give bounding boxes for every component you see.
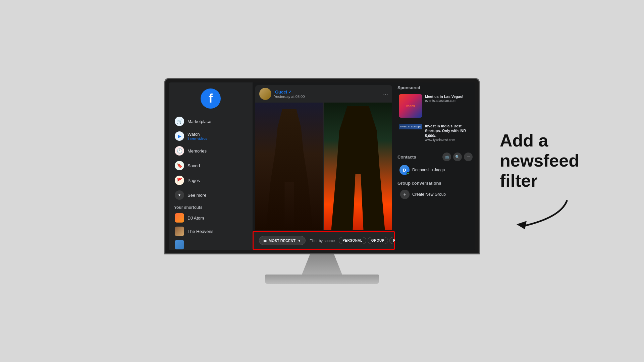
ad-atlassian-thumb: team bbox=[399, 94, 422, 118]
shortcut-third-label: ··· bbox=[187, 243, 191, 247]
ad-invest-url: www.tykeinvest.com bbox=[425, 138, 471, 142]
video-call-icon[interactable]: 📹 bbox=[442, 153, 451, 161]
monitor-bezel: f 🛒 Marketplace ▶ Watch 9 new videos bbox=[164, 78, 480, 254]
right-panel: Sponsored team Meet us in Las Vegas! eve… bbox=[395, 82, 475, 250]
shortcut-third[interactable]: ··· bbox=[171, 238, 251, 250]
main-feed: Gucci✓ Yesterday at 08:00 ··· bbox=[253, 82, 395, 250]
deepanshu-avatar: D bbox=[399, 165, 410, 175]
dropdown-arrow-icon: ▼ bbox=[298, 239, 301, 243]
most-recent-button[interactable]: ☰ MOST RECENT ▼ bbox=[259, 236, 306, 245]
see-more-label: See more bbox=[187, 193, 206, 198]
post-timestamp: Yesterday at 08:00 bbox=[274, 95, 383, 99]
source-chips: PERSONAL GROUP PAGE bbox=[339, 237, 395, 244]
shortcuts-section-label: Your shortcuts bbox=[169, 202, 253, 211]
plus-icon: + bbox=[400, 190, 410, 199]
sidebar-item-marketplace[interactable]: 🛒 Marketplace bbox=[171, 114, 251, 129]
post-more-button[interactable]: ··· bbox=[383, 90, 388, 98]
contacts-section: Contacts 📹 🔍 ··· D bbox=[397, 153, 473, 177]
post-images bbox=[255, 103, 392, 230]
ad-atlassian-url: events.atlassian.com bbox=[425, 99, 471, 103]
sidebar-item-watch-label: Watch bbox=[187, 132, 207, 137]
sidebar-item-pages[interactable]: 🚩 Pages bbox=[171, 173, 251, 188]
see-more-button[interactable]: ▾ See more bbox=[171, 188, 251, 202]
ad-atlassian-info: Meet us in Las Vegas! events.atlassian.c… bbox=[425, 94, 471, 118]
arrow-icon bbox=[513, 198, 574, 231]
post-info: Gucci✓ Yesterday at 08:00 bbox=[274, 89, 383, 99]
shortcut-the-heavens-label: The Heavens bbox=[187, 229, 213, 234]
contact-deepanshu-name: Deepanshu Jagga bbox=[412, 168, 445, 172]
search-contacts-icon[interactable]: 🔍 bbox=[453, 153, 462, 161]
post-image-left bbox=[255, 103, 323, 230]
create-new-group-button[interactable]: + Create New Group bbox=[397, 188, 473, 201]
post-author-name: Gucci✓ bbox=[274, 89, 383, 95]
post-card: Gucci✓ Yesterday at 08:00 ··· bbox=[255, 85, 392, 230]
ad-invest[interactable]: Invest in Startups Invest in India's Bes… bbox=[397, 122, 473, 148]
fashion-figure-left bbox=[266, 109, 313, 230]
sidebar-item-watch[interactable]: ▶ Watch 9 new videos bbox=[171, 129, 251, 143]
filter-bar: ☰ MOST RECENT ▼ Filter by source PERSONA… bbox=[253, 231, 395, 250]
post-image-right bbox=[324, 103, 392, 230]
contacts-label: Contacts bbox=[397, 155, 416, 160]
marketplace-icon: 🛒 bbox=[175, 117, 184, 126]
shortcut-dj-atom[interactable]: DJ Atom bbox=[171, 211, 251, 225]
group-conversations-section: Group conversations + Create New Group bbox=[397, 181, 473, 201]
facebook-logo: f bbox=[201, 88, 221, 109]
sidebar-item-pages-label: Pages bbox=[187, 178, 200, 183]
atlassian-brand-text: team bbox=[406, 104, 415, 108]
sidebar-item-saved[interactable]: 🔖 Saved bbox=[171, 158, 251, 173]
ad-invest-image: Invest in Startups bbox=[399, 124, 422, 129]
saved-icon: 🔖 bbox=[175, 161, 184, 170]
ad-atlassian-title: Meet us in Las Vegas! bbox=[425, 94, 471, 99]
third-avatar bbox=[175, 240, 184, 249]
sidebar-item-marketplace-label: Marketplace bbox=[187, 119, 211, 124]
watch-sub-label: 9 new videos bbox=[187, 137, 207, 140]
post-header: Gucci✓ Yesterday at 08:00 ··· bbox=[255, 85, 392, 103]
ad-invest-title: Invest in India's Best Startups. Only wi… bbox=[425, 124, 471, 138]
sidebar-item-saved-label: Saved bbox=[187, 163, 200, 168]
contact-deepanshu[interactable]: D Deepanshu Jagga bbox=[397, 163, 473, 177]
chip-group[interactable]: GROUP bbox=[368, 237, 388, 244]
sidebar-item-memories-label: Memories bbox=[187, 148, 207, 154]
filter-source-label: Filter by source bbox=[310, 239, 335, 243]
chip-personal[interactable]: PERSONAL bbox=[339, 237, 366, 244]
chevron-down-icon: ▾ bbox=[175, 190, 184, 200]
dj-atom-avatar bbox=[175, 213, 184, 223]
sponsored-label: Sponsored bbox=[397, 85, 473, 90]
verified-icon: ✓ bbox=[288, 89, 292, 95]
contacts-icons: 📹 🔍 ··· bbox=[442, 153, 473, 161]
contacts-header: Contacts 📹 🔍 ··· bbox=[397, 153, 473, 161]
sidebar-item-memories[interactable]: 🕐 Memories bbox=[171, 143, 251, 158]
post-author-avatar bbox=[259, 88, 271, 100]
annotation-text: Add a newsfeed filter bbox=[500, 131, 627, 191]
online-indicator bbox=[407, 172, 410, 175]
facebook-ui: f 🛒 Marketplace ▶ Watch 9 new videos bbox=[169, 82, 475, 250]
monitor-stand-neck bbox=[302, 254, 342, 275]
monitor-stand-base bbox=[265, 275, 379, 284]
ad-invest-thumb: Invest in Startups bbox=[399, 124, 422, 147]
sidebar: f 🛒 Marketplace ▶ Watch 9 new videos bbox=[169, 82, 253, 250]
more-contacts-icon[interactable]: ··· bbox=[464, 153, 473, 161]
ad-invest-info: Invest in India's Best Startups. Only wi… bbox=[425, 124, 471, 147]
create-group-label: Create New Group bbox=[412, 192, 446, 197]
filter-lines-icon: ☰ bbox=[263, 238, 267, 243]
most-recent-label: MOST RECENT bbox=[269, 239, 296, 243]
fashion-figure-right bbox=[331, 106, 385, 230]
chip-page[interactable]: PAGE bbox=[389, 237, 395, 244]
annotation-block: Add a newsfeed filter bbox=[500, 131, 627, 231]
shortcut-the-heavens[interactable]: The Heavens bbox=[171, 225, 251, 238]
svg-marker-0 bbox=[517, 221, 527, 230]
monitor-screen: f 🛒 Marketplace ▶ Watch 9 new videos bbox=[169, 82, 475, 250]
monitor: f 🛒 Marketplace ▶ Watch 9 new videos bbox=[158, 78, 486, 284]
shortcut-dj-atom-label: DJ Atom bbox=[187, 216, 204, 221]
the-heavens-avatar bbox=[175, 227, 184, 236]
pages-icon: 🚩 bbox=[175, 176, 184, 185]
watch-icon: ▶ bbox=[175, 131, 184, 141]
memories-icon: 🕐 bbox=[175, 146, 184, 156]
ad-atlassian[interactable]: team Meet us in Las Vegas! events.atlass… bbox=[397, 93, 473, 119]
group-conversations-label: Group conversations bbox=[397, 181, 473, 186]
